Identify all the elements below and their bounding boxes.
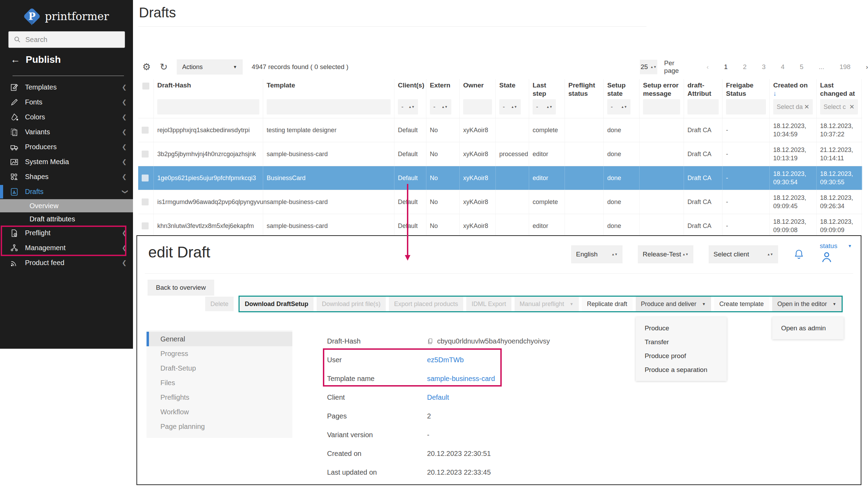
sidebar-item-shapes[interactable]: Shapes❮: [0, 169, 133, 184]
column-header[interactable]: Last changed at: [820, 81, 858, 99]
menu-item-produce-separation[interactable]: Produce a separation: [636, 363, 727, 377]
sidebar-item-product-feed[interactable]: Product feed❮: [0, 255, 133, 270]
menu-item-produce-proof[interactable]: Produce proof: [636, 349, 727, 363]
page-button-198[interactable]: 198: [840, 63, 851, 71]
download-draftsetup-button[interactable]: Download DraftSetup: [240, 297, 314, 311]
tab-workflow[interactable]: Workflow: [147, 405, 292, 419]
tab-progress[interactable]: Progress: [147, 346, 292, 361]
column-header[interactable]: Setup error message: [643, 81, 680, 99]
filter-draft-attribut[interactable]: [687, 99, 719, 115]
export-placed-products-button[interactable]: Export placed products: [389, 297, 463, 311]
row-checkbox[interactable]: [142, 127, 149, 134]
copy-icon[interactable]: [427, 338, 434, 345]
column-header[interactable]: Setup state: [607, 81, 636, 99]
replicate-draft-button[interactable]: Replicate draft: [582, 297, 633, 311]
tab-files[interactable]: Files: [147, 375, 292, 390]
page-button-5[interactable]: 5: [800, 63, 804, 71]
client-link[interactable]: Default: [427, 393, 449, 401]
filter-draft-hash[interactable]: [157, 99, 259, 115]
column-header[interactable]: draft-Attribut: [687, 81, 719, 99]
status-block[interactable]: status▼: [820, 242, 852, 264]
menu-item-transfer[interactable]: Transfer: [636, 335, 727, 349]
column-header[interactable]: Preflight status: [568, 81, 600, 99]
filter-extern[interactable]: -▲▼: [430, 99, 451, 115]
column-header[interactable]: Extern: [430, 81, 456, 99]
table-row-selected[interactable]: 1ge0ps621pies5ujur9pfchfpmrkcqi3 Busines…: [138, 166, 862, 190]
settings-gear-icon[interactable]: ⚙: [142, 62, 151, 72]
filter-setup-error[interactable]: [643, 99, 680, 115]
sidebar-item-overview[interactable]: Overview: [0, 199, 133, 212]
column-header-created[interactable]: Created on ↓: [773, 81, 813, 99]
sidebar-item-fonts[interactable]: Fonts❮: [0, 95, 133, 110]
filter-created-on[interactable]: Select da✕: [773, 99, 813, 115]
per-page-select[interactable]: 25 ▲▼: [640, 60, 657, 74]
filter-state[interactable]: -▲▼: [499, 99, 521, 115]
actions-dropdown[interactable]: Actions ▼: [177, 59, 243, 75]
page-button-4[interactable]: 4: [781, 63, 785, 71]
sidebar-item-draft-attributes[interactable]: Draft attributes: [0, 212, 133, 226]
sidebar-item-variants[interactable]: Variants❮: [0, 125, 133, 139]
tab-preflights[interactable]: Preflights: [147, 390, 292, 405]
open-in-editor-button[interactable]: Open in the editor ▼: [772, 297, 842, 311]
row-checkbox[interactable]: [142, 175, 149, 181]
release-select[interactable]: Release-Test ▲▼: [638, 245, 693, 263]
sidebar-item-system-media[interactable]: System Media❮: [0, 154, 133, 169]
manual-preflight-button[interactable]: Manual preflight ▼: [515, 297, 579, 311]
publish-back[interactable]: ← Publish: [10, 54, 61, 65]
sidebar-item-templates[interactable]: Templates❮: [0, 80, 133, 95]
bell-icon[interactable]: [793, 249, 804, 260]
column-header[interactable]: Owner: [463, 81, 492, 99]
sidebar-item-preflight[interactable]: Preflight❮: [0, 226, 133, 240]
menu-item-open-as-admin[interactable]: Open as admin: [772, 321, 844, 335]
sidebar-item-producers[interactable]: Producers❮: [0, 139, 133, 154]
column-header[interactable]: Last step: [533, 81, 561, 99]
next-page-button[interactable]: ›: [866, 63, 868, 71]
filter-setup-state[interactable]: -▲▼: [607, 99, 631, 115]
table-row[interactable]: 3b2pg5jbymhvjnj4h0nzrcgojazhsjnk sample-…: [138, 142, 862, 166]
table-row[interactable]: is1rmgumdw96awadq2pvp6qlpyngyvun sample-…: [138, 190, 862, 214]
clear-filter-icon[interactable]: ✕: [849, 103, 854, 111]
table-row[interactable]: khn3nlutwi3fevtlzx8m5xfej6ekapfm sample-…: [138, 214, 862, 238]
page-button-2[interactable]: 2: [743, 63, 747, 71]
back-to-overview-button[interactable]: Back to overview: [148, 280, 214, 296]
tab-page-planning[interactable]: Page planning: [147, 419, 292, 434]
sidebar-item-drafts[interactable]: Drafts❮: [0, 184, 133, 199]
delete-button[interactable]: Delete: [205, 297, 234, 311]
column-header[interactable]: Client(s): [398, 81, 423, 99]
column-header[interactable]: Freigabe Status: [726, 81, 766, 99]
prev-page-button[interactable]: ‹: [707, 63, 709, 71]
sidebar-item-management[interactable]: Management❮: [0, 240, 133, 255]
select-all-checkbox[interactable]: [142, 83, 149, 90]
filter-changed-at[interactable]: Select c✕: [820, 99, 858, 115]
filter-owner[interactable]: [463, 99, 492, 115]
user-link[interactable]: ez5DmTWb: [427, 356, 464, 364]
table-row[interactable]: rejol3ppphxjrq1sakcbedirwsdytrpi testing…: [138, 118, 862, 142]
menu-item-produce[interactable]: Produce: [636, 321, 727, 335]
language-select[interactable]: English ▲▼: [571, 245, 623, 263]
download-print-files-button[interactable]: Download print file(s): [317, 297, 386, 311]
filter-template[interactable]: [267, 99, 391, 115]
filter-clients[interactable]: -▲▼: [398, 99, 418, 115]
clear-filter-icon[interactable]: ✕: [804, 103, 809, 111]
column-header[interactable]: Draft-Hash: [157, 81, 259, 99]
refresh-icon[interactable]: ↻: [160, 62, 168, 72]
row-checkbox[interactable]: [142, 222, 149, 229]
search-input[interactable]: Search: [8, 31, 125, 48]
tab-general[interactable]: General: [147, 332, 292, 346]
template-link[interactable]: sample-business-card: [427, 375, 495, 383]
column-header[interactable]: State: [499, 81, 525, 99]
produce-and-deliver-button[interactable]: Produce and deliver ▼: [636, 297, 711, 311]
page-button-3[interactable]: 3: [762, 63, 766, 71]
create-template-button[interactable]: Create template: [714, 297, 769, 311]
filter-last-step[interactable]: -▲▼: [533, 99, 556, 115]
sort-down-icon[interactable]: ↓: [773, 90, 777, 97]
sidebar-item-colors[interactable]: Colors❮: [0, 110, 133, 125]
tab-draft-setup[interactable]: Draft-Setup: [147, 361, 292, 375]
row-checkbox[interactable]: [142, 198, 149, 205]
user-avatar-icon[interactable]: [820, 250, 834, 264]
page-button-1[interactable]: 1: [724, 63, 728, 71]
client-select[interactable]: Select client ▲▼: [709, 245, 778, 263]
row-checkbox[interactable]: [142, 151, 149, 158]
column-header[interactable]: Template: [267, 81, 391, 99]
idml-export-button[interactable]: IDML Export: [466, 297, 511, 311]
